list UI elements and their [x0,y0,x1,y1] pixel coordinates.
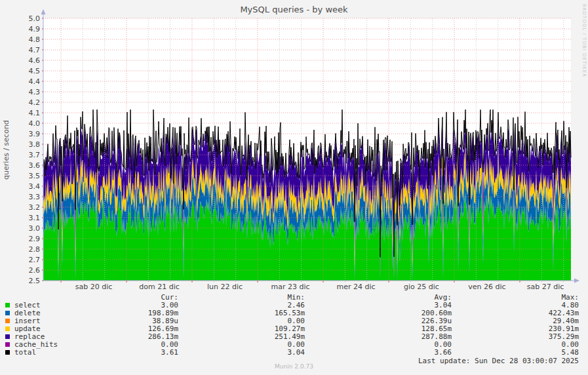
legend-col-max: Max: [452,294,579,302]
y-tick-label: 4.3 [29,88,41,96]
y-tick-label: 3.1 [29,214,41,222]
legend-value-min: 3.04 [178,349,305,357]
legend-value-max: 5.48 [452,349,579,357]
x-tick-label: dom 21 dic [139,283,180,291]
y-tick-label: 3.2 [29,203,41,212]
legend-value-avg: 287.88m [305,333,452,341]
y-tick-label: 3.0 [29,224,41,233]
legend-value-cur: 3.61 [136,349,178,357]
x-tick-label: gio 25 dic [404,283,439,291]
legend-label: total [14,349,136,357]
y-axis-arrow [41,9,46,14]
legend-value-min: 165.53m [178,309,305,317]
y-tick-label: 3.9 [29,130,41,138]
y-tick-labels: 5.04.94.84.74.64.54.44.34.24.14.03.93.83… [29,14,41,285]
legend-row-total: total3.613.043.665.48 [5,349,579,357]
y-tick-label: 4.1 [29,109,41,117]
legend-col-avg: Avg: [305,294,452,302]
y-tick-label: 4.9 [29,25,41,33]
munin-graph-page: MySQL queries - by week queries / second… [0,0,588,375]
y-tick-label: 3.3 [29,193,41,201]
legend-swatch-delete [5,311,10,315]
legend-table: Cur: Min: Avg: Max: select3.002.463.044.… [5,294,579,357]
x-tick-label: ven 26 dic [468,283,505,291]
y-tick-label: 3.8 [29,140,41,149]
y-tick-label: 3.7 [29,151,41,159]
legend-value-max: 375.29m [452,333,579,341]
legend-value-min: 0.00 [178,341,305,349]
legend-value-avg: 3.66 [305,349,452,357]
y-tick-label: 2.6 [29,266,41,275]
x-tick-label: mer 24 dic [336,283,375,291]
legend-swatch-replace [5,334,10,339]
legend-swatch-cache_hits [5,342,10,347]
y-tick-label: 4.8 [29,35,41,44]
legend-swatch-update [5,326,10,331]
x-tick-label: sab 20 dic [75,283,113,291]
y-tick-label: 2.8 [29,245,41,254]
x-tick-labels: sab 20 dicdom 21 diclun 22 dicmar 23 dic… [75,283,564,291]
y-tick-label: 5.0 [29,14,41,23]
y-tick-label: 2.5 [29,277,41,285]
y-tick-label: 3.5 [29,172,41,180]
x-tick-label: mar 23 dic [271,283,309,291]
y-tick-label: 4.4 [29,77,41,86]
x-axis-arrow [574,279,579,283]
y-tick-label: 2.7 [29,256,41,264]
legend-swatch-select [5,303,10,307]
x-tick-label: lun 22 dic [207,283,243,291]
y-tick-label: 4.0 [29,119,41,128]
munin-version-text: Munin 2.0.73 [0,363,588,370]
y-tick-label: 4.2 [29,98,41,107]
y-tick-label: 3.6 [29,161,41,170]
y-tick-label: 4.6 [29,56,41,65]
legend-value-max: 0.00 [452,341,579,349]
y-tick-label: 4.7 [29,46,41,54]
legend-swatch-total [5,350,10,355]
legend-col-min: Min: [178,294,305,302]
y-tick-label: 2.9 [29,235,41,243]
y-tick-label: 3.4 [29,182,41,191]
y-tick-label: 4.5 [29,67,41,75]
legend-swatch-insert [5,319,10,323]
legend-value-avg: 0.00 [305,341,452,349]
x-tick-label: sab 27 dic [527,283,564,291]
mysql-queries-chart: 5.04.94.84.74.64.54.44.34.24.14.03.93.83… [0,0,588,294]
legend-value-min: 251.49m [178,333,305,341]
